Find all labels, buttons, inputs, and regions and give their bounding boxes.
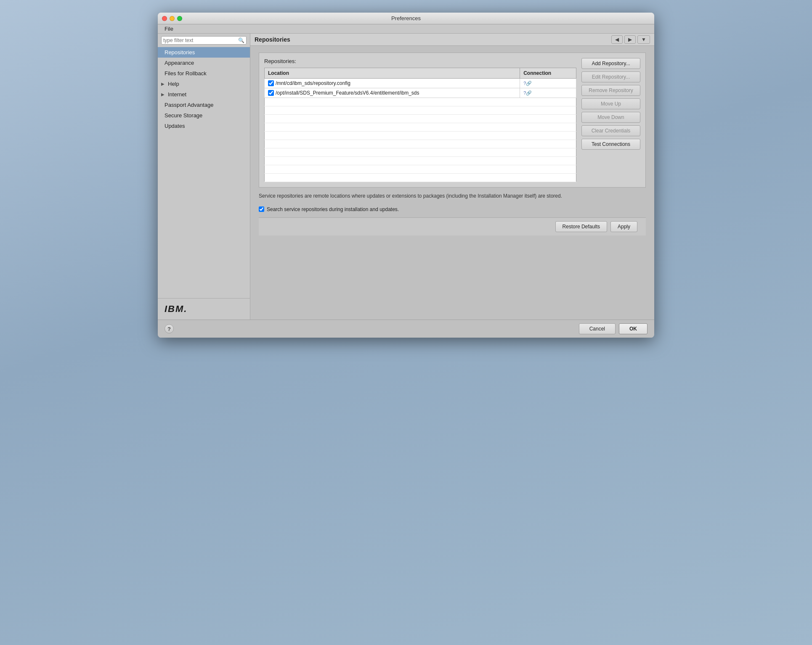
sidebar-item-appearance[interactable]: Appearance [158,58,250,68]
apply-button[interactable]: Apply [610,221,637,232]
sidebar-item-passport-advantage-label: Passport Advantage [165,102,213,108]
empty-row [265,98,576,106]
move-up-button[interactable]: Move Up [581,98,640,109]
empty-row [265,140,576,148]
help-icon-button[interactable]: ? [165,324,174,333]
table-row: /opt/install/SDS_Premium_Feature/sdsV6.4… [265,88,576,98]
info-text: Service repositories are remote location… [259,193,646,200]
repositories-label: Repositories: [264,58,576,64]
search-checkbox-row: Search service repositories during insta… [259,206,646,212]
repositories-table: Location Connection /mnt/cd/ibm_s [264,68,576,182]
ok-button[interactable]: OK [619,323,647,334]
table-row: /mnt/cd/ibm_sds/repository.config ?🔗 [265,79,576,88]
footer-bar: ? Cancel OK [158,320,654,338]
internet-arrow-icon: ▶ [161,92,165,97]
filter-input-wrapper: 🔍 [161,36,247,45]
sidebar-nav: Repositories Appearance Files for Rollba… [158,47,250,298]
minimize-button[interactable] [170,16,175,21]
help-arrow-icon: ▶ [161,82,165,86]
empty-row [265,106,576,115]
empty-row [265,165,576,174]
forward-button[interactable]: ▶ [624,35,636,44]
sidebar-item-secure-storage[interactable]: Secure Storage [158,110,250,121]
sidebar-bottom: IBM. [158,298,250,320]
row1-checkbox[interactable] [268,80,274,86]
move-down-button[interactable]: Move Down [581,112,640,123]
repositories-section: Repositories: Location Connection [259,53,646,188]
test-connections-button[interactable]: Test Connections [581,139,640,150]
empty-row [265,174,576,182]
sidebar: 🔍 Repositories Appearance Files for Roll… [158,34,250,320]
filter-input[interactable] [163,37,238,43]
sidebar-item-help[interactable]: ▶ Help [158,79,250,89]
restore-defaults-button[interactable]: Restore Defaults [555,221,607,232]
content-panel: Repositories: Location Connection [250,46,654,320]
bottom-action-bar: Restore Defaults Apply [259,217,646,235]
empty-row [265,115,576,123]
repo-table-wrapper: Repositories: Location Connection [264,58,576,182]
row2-location-text: /opt/install/SDS_Premium_Feature/sdsV6.4… [276,90,419,96]
sidebar-item-help-label: Help [168,81,179,87]
repo-action-buttons: Add Repository... Edit Repository... Rem… [581,58,640,182]
sidebar-item-files-for-rollback[interactable]: Files for Rollback [158,68,250,79]
empty-row [265,148,576,157]
window-title: Preferences [391,15,421,21]
sidebar-item-internet-label: Internet [168,91,186,98]
traffic-lights [162,16,182,21]
main-area: 🔍 Repositories Appearance Files for Roll… [158,34,654,320]
row1-connection: ?🔗 [520,79,576,88]
sidebar-item-updates-label: Updates [165,123,185,129]
sidebar-item-secure-storage-label: Secure Storage [165,112,202,119]
sidebar-item-updates[interactable]: Updates [158,121,250,131]
row2-connection-icon: ?🔗 [523,90,532,95]
sidebar-item-passport-advantage[interactable]: Passport Advantage [158,100,250,110]
content-title: Repositories [255,36,290,43]
sidebar-item-files-for-rollback-label: Files for Rollback [165,70,207,77]
menubar: File [158,24,654,34]
empty-row [265,123,576,132]
menu-file[interactable]: File [161,25,177,33]
maximize-button[interactable] [177,16,182,21]
cancel-button[interactable]: Cancel [579,323,616,334]
filter-icon: 🔍 [238,37,244,43]
row2-connection: ?🔗 [520,88,576,98]
dropdown-button[interactable]: ▼ [637,35,650,44]
row2-location: /opt/install/SDS_Premium_Feature/sdsV6.4… [265,88,520,98]
sidebar-item-repositories[interactable]: Repositories [158,47,250,58]
sidebar-item-repositories-label: Repositories [165,49,195,56]
preferences-window: Preferences File 🔍 Repositories Appearan… [158,13,654,338]
content-area: Repositories ◀ ▶ ▼ Repositories: [250,34,654,320]
row1-location-text: /mnt/cd/ibm_sds/repository.config [276,80,350,86]
empty-row [265,157,576,165]
clear-credentials-button[interactable]: Clear Credentials [581,125,640,136]
close-button[interactable] [162,16,167,21]
edit-repository-button[interactable]: Edit Repository... [581,71,640,82]
row2-checkbox[interactable] [268,90,274,96]
ibm-logo: IBM. [165,304,243,315]
search-checkbox-label: Search service repositories during insta… [267,206,399,212]
col-connection: Connection [520,68,576,79]
sidebar-item-internet[interactable]: ▶ Internet [158,89,250,100]
row1-connection-icon: ?🔗 [523,81,532,86]
add-repository-button[interactable]: Add Repository... [581,58,640,69]
footer-right: Cancel OK [579,323,647,334]
remove-repository-button[interactable]: Remove Repository [581,85,640,96]
col-location: Location [265,68,520,79]
titlebar: Preferences [158,13,654,24]
sidebar-item-appearance-label: Appearance [165,60,194,66]
empty-row [265,132,576,140]
back-button[interactable]: ◀ [611,35,623,44]
content-toolbar: Repositories ◀ ▶ ▼ [250,34,654,46]
search-service-checkbox[interactable] [259,206,264,212]
row1-location: /mnt/cd/ibm_sds/repository.config [265,79,520,88]
toolbar-nav: ◀ ▶ ▼ [611,35,650,44]
